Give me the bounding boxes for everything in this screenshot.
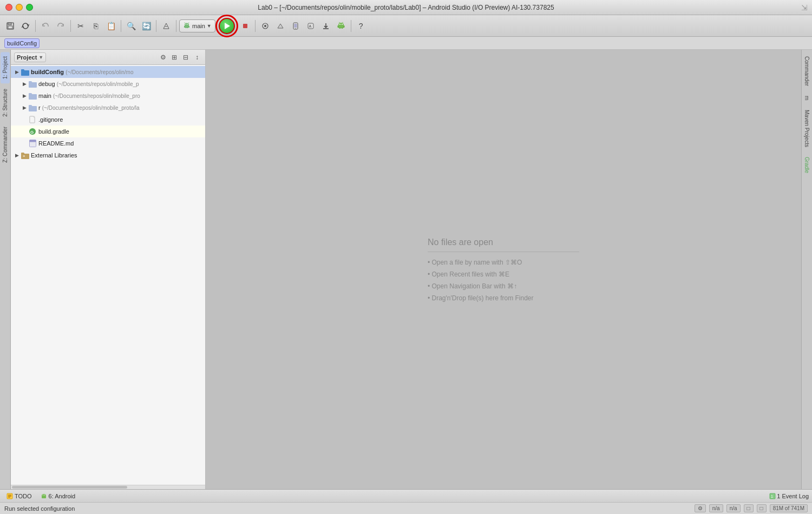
- tree-item-gitignore[interactable]: ▶ .gitignore: [11, 114, 205, 126]
- tree-item-external-libs[interactable]: ▶ ≡ External Libraries: [11, 149, 205, 161]
- project-view-dropdown[interactable]: Project ▼: [14, 52, 46, 62]
- svg-point-43: [42, 495, 43, 495]
- status-box-2[interactable]: □: [757, 504, 767, 512]
- help-button[interactable]: ?: [354, 19, 368, 33]
- project-view-label: Project: [17, 54, 37, 61]
- sidebar-settings-icon[interactable]: ⚙: [158, 52, 168, 62]
- install-icon: [322, 22, 330, 30]
- sidebar-autoscroll-icon[interactable]: ↕: [192, 52, 202, 62]
- tree-label-build-gradle: build.gradle: [38, 128, 69, 135]
- sidebar-item-commander[interactable]: Z: Commander: [1, 122, 10, 167]
- sidebar-item-structure[interactable]: 2: Structure: [1, 84, 10, 121]
- sidebar-collapse-icon[interactable]: ⊟: [181, 52, 191, 62]
- tree-label-gitignore: .gitignore: [38, 116, 63, 123]
- sidebar-panel: Project ▼ ⚙ ⊞ ⊟ ↕ ▶ buildConfig (~/Docum…: [11, 50, 206, 489]
- breadcrumb-item[interactable]: buildConfig: [4, 38, 40, 48]
- stop-button[interactable]: [238, 19, 252, 33]
- adb-icon: A: [307, 22, 315, 30]
- tree-arrow-debug: ▶: [21, 80, 28, 88]
- tree-label-buildconfig: buildConfig (~/Documents/repos/olin/mo: [31, 69, 134, 75]
- sidebar-item-project[interactable]: 1: Project: [1, 52, 10, 83]
- run-config-dropdown[interactable]: main ▼: [179, 19, 215, 32]
- project-view-arrow: ▼: [38, 55, 43, 60]
- save-all-button[interactable]: [3, 19, 17, 33]
- separator-3: [121, 20, 121, 32]
- build-button[interactable]: [159, 19, 173, 33]
- toolbar: ✂ ⎘ 📋 🔍 🔄 main ▼: [0, 15, 812, 37]
- status-right-items: ⚙ n/a n/a □ □ 81M of 741M: [695, 504, 808, 512]
- stop-icon: [241, 22, 249, 30]
- bottom-tab-android[interactable]: 6: Android: [37, 492, 79, 500]
- right-tab-gradle[interactable]: Gradle: [802, 153, 811, 177]
- bottom-status-right: 1 1 Event Log: [769, 493, 809, 499]
- svg-rect-11: [186, 27, 187, 28]
- hint-open-by-name: • Open a file by name with ⇧⌘O: [428, 259, 522, 266]
- svg-rect-2: [8, 26, 12, 29]
- undo-button[interactable]: [38, 19, 53, 33]
- tree-item-buildconfig[interactable]: ▶ buildConfig (~/Documents/repos/olin/mo: [11, 66, 205, 78]
- attach-debugger-button[interactable]: [258, 19, 272, 33]
- tree-label-readme: README.md: [38, 140, 74, 147]
- right-tab-commander[interactable]: Commander: [802, 52, 811, 90]
- right-tab-m[interactable]: m: [802, 91, 811, 104]
- redo-button[interactable]: [54, 19, 68, 33]
- android-button[interactable]: [334, 19, 348, 33]
- file-gitignore-icon: [28, 115, 37, 124]
- folder-r-icon: [28, 103, 37, 112]
- gradle-tab-label: Gradle: [804, 157, 810, 173]
- status-gear[interactable]: ⚙: [695, 504, 706, 512]
- svg-rect-30: [342, 28, 343, 29]
- svg-point-24: [342, 24, 343, 25]
- svg-rect-22: [338, 25, 344, 28]
- close-button[interactable]: [5, 4, 12, 11]
- cut-button[interactable]: ✂: [74, 19, 88, 33]
- tree-label-external-libs: External Libraries: [31, 152, 77, 159]
- folder-main-icon: [28, 91, 37, 100]
- status-box-1[interactable]: □: [744, 504, 754, 512]
- tree-arrow-external-libs: ▶: [13, 151, 21, 159]
- right-tab-maven[interactable]: Maven Projects: [802, 106, 811, 151]
- svg-rect-10: [189, 26, 190, 28]
- svg-text:≡: ≡: [23, 154, 25, 158]
- tree-label-debug: debug (~/Documents/repos/olin/mobile_p: [38, 81, 139, 87]
- status-na-1: n/a: [709, 504, 723, 512]
- svg-point-23: [339, 24, 340, 25]
- sidebar-expand-icon[interactable]: ⊞: [169, 52, 179, 62]
- todo-label: TODO: [15, 493, 32, 499]
- tree-item-main[interactable]: ▶ main (~/Documents/repos/olin/mobile_pr…: [11, 90, 205, 102]
- tree-item-debug[interactable]: ▶ debug (~/Documents/repos/olin/mobile_p: [11, 78, 205, 90]
- save-icon: [6, 22, 14, 30]
- resize-handle[interactable]: ⇲: [801, 3, 808, 12]
- library-icon: ≡: [21, 151, 29, 160]
- maximize-button[interactable]: [26, 4, 33, 11]
- sidebar-header-icons: ⚙ ⊞ ⊟ ↕: [158, 52, 202, 62]
- sync-button[interactable]: [18, 19, 32, 33]
- minimize-button[interactable]: [16, 4, 23, 11]
- separator-6: [255, 20, 256, 32]
- replace-button[interactable]: 🔄: [139, 19, 153, 33]
- tree-item-readme[interactable]: ▶ README.md: [11, 137, 205, 149]
- sidebar-scrollbar[interactable]: [11, 485, 205, 489]
- run-button[interactable]: [219, 18, 235, 34]
- paste-button[interactable]: 📋: [104, 19, 118, 33]
- svg-text:G: G: [30, 130, 34, 135]
- file-readme-icon: [28, 139, 37, 148]
- svg-rect-9: [184, 26, 185, 28]
- svg-rect-17: [294, 24, 297, 28]
- sdk-manager-button[interactable]: [273, 19, 287, 33]
- sidebar-scroll-thumb[interactable]: [12, 486, 127, 489]
- avd-manager-button[interactable]: [289, 19, 303, 33]
- find-button[interactable]: 🔍: [124, 19, 138, 33]
- install-button[interactable]: [319, 19, 333, 33]
- android-tab-icon: [41, 493, 47, 499]
- svg-rect-12: [187, 27, 188, 28]
- avd-icon: [292, 22, 299, 30]
- event-log-item[interactable]: 1 1 Event Log: [769, 493, 809, 499]
- window-controls: [5, 4, 33, 11]
- svg-rect-27: [337, 25, 338, 28]
- copy-button[interactable]: ⎘: [89, 19, 103, 33]
- enable-adb-button[interactable]: A: [304, 19, 318, 33]
- tree-item-r[interactable]: ▶ r (~/Documents/repos/olin/mobile_proto…: [11, 102, 205, 114]
- tree-item-build-gradle[interactable]: ▶ G build.gradle: [11, 126, 205, 137]
- bottom-tab-todo[interactable]: TODO: [3, 492, 35, 500]
